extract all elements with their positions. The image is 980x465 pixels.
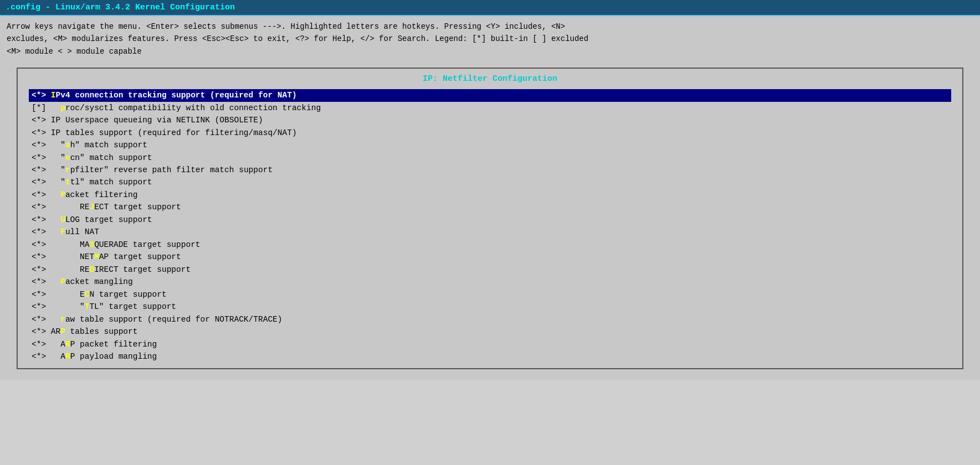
item-text: tables support (required for filtering/m… xyxy=(65,128,297,137)
item-text: acket filtering xyxy=(65,190,138,199)
item-text: cn" match support xyxy=(70,153,152,162)
help-line-3: <M> module < > module capable xyxy=(7,45,973,58)
item-hotkey: U xyxy=(60,215,65,224)
item-hotkey: t xyxy=(65,178,70,187)
item-prefix: <*> xyxy=(32,116,51,125)
menu-item-12[interactable]: <*> Full NAT xyxy=(29,226,951,238)
item-prefix: <*> xyxy=(32,153,60,162)
item-hotkey: r xyxy=(60,315,65,324)
item-before-text: IP xyxy=(51,116,65,125)
item-prefix: <*> xyxy=(32,190,60,199)
menu-item-6[interactable]: <*> "ecn" match support xyxy=(29,152,951,164)
item-prefix: <*> xyxy=(32,228,60,236)
item-before-text: A xyxy=(60,340,65,349)
menu-item-21[interactable]: <*> ARP packet filtering xyxy=(29,338,951,350)
menu-item-20[interactable]: <*> ARP tables support xyxy=(29,326,951,338)
item-before-text: RE xyxy=(80,203,89,211)
item-text: N target support xyxy=(89,290,166,299)
menu-item-1[interactable]: <*> IPv4 connection tracking support (re… xyxy=(29,89,951,101)
item-text: aw table support (required for NOTRACK/T… xyxy=(65,315,283,324)
item-prefix: <*> xyxy=(32,265,80,274)
item-text: tables support xyxy=(65,327,138,336)
item-before-text: " xyxy=(60,153,65,162)
item-prefix: <*> xyxy=(32,327,51,336)
item-text: Pv4 connection tracking support (require… xyxy=(56,91,297,100)
item-hotkey: P xyxy=(60,190,65,199)
item-prefix: <*> xyxy=(32,215,60,224)
config-title-text: IP: Netfilter Configuration xyxy=(423,74,557,84)
item-before-text: IP xyxy=(51,128,65,137)
item-prefix: <*> xyxy=(32,240,80,249)
item-prefix: <*> xyxy=(32,352,60,361)
item-before-text: A xyxy=(60,352,65,361)
item-before-text: AR xyxy=(51,327,60,336)
config-box: IP: Netfilter Configuration <*> IPv4 con… xyxy=(17,68,963,369)
item-prefix: <*> xyxy=(32,178,60,187)
menu-item-4[interactable]: <*> IP tables support (required for filt… xyxy=(29,127,951,139)
item-prefix: <*> xyxy=(32,141,60,149)
title-text: .config - Linux/arm 3.4.2 Kernel Configu… xyxy=(6,3,235,12)
menu-item-13[interactable]: <*> MASQUERADE target support xyxy=(29,239,951,251)
menu-item-11[interactable]: <*> ULOG target support xyxy=(29,214,951,226)
menu-list: <*> IPv4 connection tracking support (re… xyxy=(18,89,962,363)
help-line-2: excludes, <M> modularizes features. Pres… xyxy=(7,33,973,45)
item-prefix: <*> xyxy=(32,203,80,211)
menu-item-15[interactable]: <*> REDIRECT target support xyxy=(29,264,951,276)
menu-item-2[interactable]: [*] proc/sysctl compatibility with old c… xyxy=(29,102,951,114)
item-hotkey: D xyxy=(89,265,94,274)
main-container: IP: Netfilter Configuration <*> IPv4 con… xyxy=(0,62,980,380)
menu-item-17[interactable]: <*> ECN target support xyxy=(29,288,951,301)
item-before-text: E xyxy=(80,290,85,299)
item-text: TL" target support xyxy=(89,302,176,311)
item-prefix: <*> xyxy=(32,315,60,324)
item-text: ECT target support xyxy=(94,203,181,211)
item-text: QUERADE target support xyxy=(94,240,200,249)
item-text: h" match support xyxy=(70,141,147,149)
item-before-text: NET xyxy=(80,252,94,261)
item-text: IRECT target support xyxy=(94,265,191,274)
menu-item-5[interactable]: <*> "ah" match support xyxy=(29,139,951,151)
menu-item-19[interactable]: <*> raw table support (required for NOTR… xyxy=(29,313,951,326)
item-hotkey: S xyxy=(89,240,94,249)
item-text: Userspace queueing via NETLINK (OBSOLETE… xyxy=(65,116,263,125)
item-prefix: <*> xyxy=(32,290,80,299)
menu-item-16[interactable]: <*> Packet mangling xyxy=(29,276,951,288)
item-prefix: <*> xyxy=(32,277,60,286)
item-text: LOG target support xyxy=(65,215,152,224)
item-hotkey: a xyxy=(65,141,70,149)
item-hotkey: R xyxy=(65,340,70,349)
item-before-text: " xyxy=(80,302,85,311)
item-hotkey: r xyxy=(65,166,70,174)
item-prefix: <*> xyxy=(32,166,60,174)
menu-item-10[interactable]: <*> REJECT target support xyxy=(29,201,951,213)
item-before-text: RE xyxy=(80,265,89,274)
item-text: ull NAT xyxy=(65,228,99,236)
config-title: IP: Netfilter Configuration xyxy=(18,74,962,84)
item-hotkey: M xyxy=(94,252,99,261)
item-hotkey: P xyxy=(60,277,65,286)
item-before-text: MA xyxy=(80,240,89,249)
item-text: tl" match support xyxy=(70,178,152,187)
item-hotkey: F xyxy=(60,228,65,236)
item-prefix: <*> xyxy=(32,128,51,137)
menu-item-9[interactable]: <*> Packet filtering xyxy=(29,189,951,201)
item-text: P packet filtering xyxy=(70,340,157,349)
item-prefix: [*] xyxy=(32,104,60,112)
item-prefix: <*> xyxy=(32,91,51,100)
item-hotkey: e xyxy=(65,153,70,162)
menu-item-22[interactable]: <*> ARP payload mangling xyxy=(29,350,951,363)
item-prefix: <*> xyxy=(32,302,80,311)
item-hotkey: R xyxy=(65,352,70,361)
item-hotkey: p xyxy=(60,104,65,112)
title-bar: .config - Linux/arm 3.4.2 Kernel Configu… xyxy=(0,0,980,16)
menu-item-18[interactable]: <*> "TTL" target support xyxy=(29,301,951,313)
menu-item-3[interactable]: <*> IP Userspace queueing via NETLINK (O… xyxy=(29,114,951,126)
menu-item-8[interactable]: <*> "ttl" match support xyxy=(29,176,951,188)
menu-item-14[interactable]: <*> NETMAP target support xyxy=(29,251,951,263)
help-text-area: Arrow keys navigate the menu. <Enter> se… xyxy=(0,16,980,62)
item-before-text: " xyxy=(60,178,65,187)
item-hotkey: P xyxy=(60,327,65,336)
item-prefix: <*> xyxy=(32,340,60,349)
item-text: roc/sysctl compatibility with old connec… xyxy=(65,104,321,112)
menu-item-7[interactable]: <*> "rpfilter" reverse path filter match… xyxy=(29,164,951,176)
